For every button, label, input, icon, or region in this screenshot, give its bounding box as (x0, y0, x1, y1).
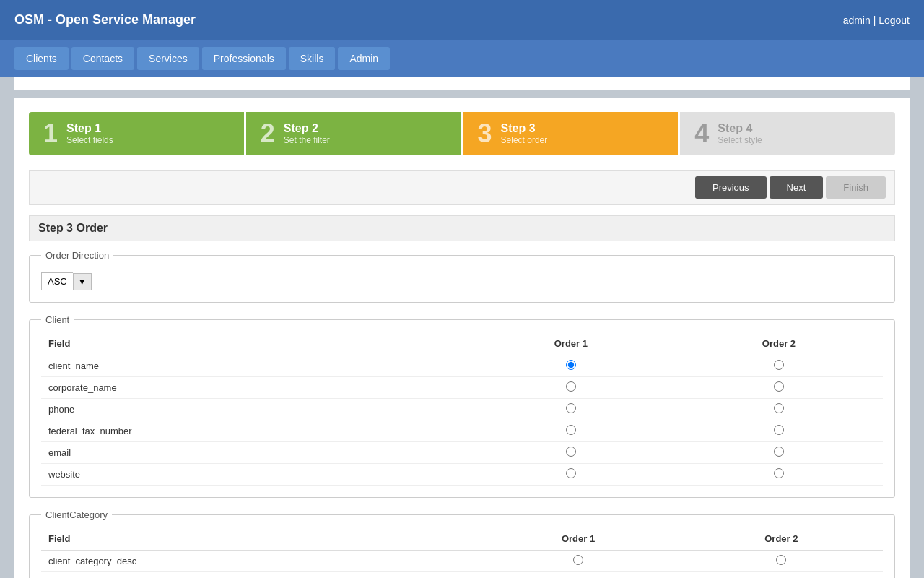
cat-col-order1: Order 1 (476, 527, 679, 551)
client-legend: Client (41, 314, 74, 325)
step-1-subtitle: Select fields (66, 135, 113, 145)
app-title: OSM - Open Service Manager (14, 12, 196, 27)
header: OSM - Open Service Manager admin | Logou… (0, 0, 924, 40)
step-3-subtitle: Select order (501, 135, 548, 145)
client-table-row: phone (41, 399, 883, 420)
steps-container: 1 Step 1 Select fields 2 Step 2 Set the … (29, 112, 895, 155)
client-col-order1: Order 1 (467, 332, 675, 355)
main-content: 1 Step 1 Select fields 2 Step 2 Set the … (14, 98, 910, 578)
step-3-title: Step 3 (501, 122, 548, 135)
client-order2-radio[interactable] (774, 381, 784, 392)
step-2-title: Step 2 (284, 122, 330, 135)
client-order1-radio[interactable] (566, 360, 576, 370)
nav-professionals[interactable]: Professionals (202, 47, 286, 70)
step-2[interactable]: 2 Step 2 Set the filter (246, 112, 461, 155)
client-field-name: corporate_name (41, 377, 467, 399)
direction-select: ASC ▼ (41, 272, 883, 290)
step-1-number: 1 (43, 121, 58, 147)
client-field-name: phone (41, 399, 467, 420)
nav-services[interactable]: Services (137, 47, 199, 70)
cat-field-name: client_category_desc (41, 551, 476, 572)
client-table: Field Order 1 Order 2 client_name corpor… (41, 332, 883, 486)
step-1[interactable]: 1 Step 1 Select fields (29, 112, 244, 155)
client-order2-radio[interactable] (774, 468, 784, 478)
client-table-row: client_name (41, 355, 883, 377)
client-category-legend: ClientCategory (41, 509, 112, 520)
client-order1-radio-cell[interactable] (467, 377, 675, 399)
client-order1-radio[interactable] (566, 468, 576, 478)
client-order1-radio[interactable] (566, 403, 576, 413)
section-title: Step 3 Order (29, 215, 895, 241)
step-4-subtitle: Select style (718, 135, 762, 145)
toolbar: Previous Next Finish (29, 170, 895, 205)
client-order2-radio[interactable] (774, 403, 784, 413)
client-category-fieldset: ClientCategory Field Order 1 Order 2 cli… (29, 509, 895, 578)
cat-col-order2: Order 2 (680, 527, 883, 551)
step-2-subtitle: Set the filter (284, 135, 330, 145)
cat-table-row: client_category_desc (41, 551, 883, 572)
client-table-row: email (41, 442, 883, 464)
client-order1-radio[interactable] (566, 447, 576, 457)
client-order1-radio[interactable] (566, 381, 576, 392)
order-direction-legend: Order Direction (41, 250, 113, 261)
client-order1-radio-cell[interactable] (467, 442, 675, 464)
client-order2-radio-cell[interactable] (675, 464, 883, 486)
cat-order2-radio[interactable] (776, 555, 786, 565)
order-direction-fieldset: Order Direction ASC ▼ (29, 250, 895, 303)
client-field-name: website (41, 464, 467, 486)
client-col-order2: Order 2 (675, 332, 883, 355)
finish-button: Finish (826, 176, 886, 199)
client-order2-radio-cell[interactable] (675, 399, 883, 420)
user-info: admin | Logout (843, 14, 910, 26)
client-field-name: federal_tax_number (41, 420, 467, 442)
client-order2-radio-cell[interactable] (675, 442, 883, 464)
client-order2-radio-cell[interactable] (675, 420, 883, 442)
nav-admin[interactable]: Admin (338, 47, 390, 70)
client-order2-radio[interactable] (774, 447, 784, 457)
step-4: 4 Step 4 Select style (680, 112, 895, 155)
client-order1-radio-cell[interactable] (467, 420, 675, 442)
nav-clients[interactable]: Clients (14, 47, 69, 70)
cat-col-field: Field (41, 527, 476, 551)
asc-dropdown-arrow[interactable]: ▼ (73, 273, 92, 290)
nav-contacts[interactable]: Contacts (71, 47, 134, 70)
client-order2-radio-cell[interactable] (675, 355, 883, 377)
client-fieldset: Client Field Order 1 Order 2 client_name… (29, 314, 895, 498)
asc-value: ASC (41, 272, 73, 290)
client-table-row: website (41, 464, 883, 486)
step-3-number: 3 (478, 121, 492, 147)
step-2-number: 2 (261, 121, 275, 147)
step-4-title: Step 4 (718, 122, 762, 135)
client-table-row: federal_tax_number (41, 420, 883, 442)
client-order1-radio-cell[interactable] (467, 464, 675, 486)
client-field-name: client_name (41, 355, 467, 377)
client-order1-radio[interactable] (566, 425, 576, 435)
client-order2-radio[interactable] (774, 360, 784, 370)
divider-bar (14, 77, 910, 90)
step-4-number: 4 (694, 121, 709, 147)
client-order1-radio-cell[interactable] (467, 355, 675, 377)
client-col-field: Field (41, 332, 467, 355)
client-order1-radio-cell[interactable] (467, 399, 675, 420)
next-button[interactable]: Next (770, 176, 824, 199)
navigation: Clients Contacts Services Professionals … (0, 40, 924, 77)
nav-skills[interactable]: Skills (289, 47, 336, 70)
step-1-title: Step 1 (66, 122, 113, 135)
step-3[interactable]: 3 Step 3 Select order (463, 112, 679, 155)
cat-order2-radio-cell[interactable] (680, 551, 883, 572)
client-category-table: Field Order 1 Order 2 client_category_de… (41, 527, 883, 572)
client-table-row: corporate_name (41, 377, 883, 399)
client-order2-radio-cell[interactable] (675, 377, 883, 399)
cat-order1-radio[interactable] (573, 555, 583, 565)
previous-button[interactable]: Previous (695, 176, 767, 199)
client-order2-radio[interactable] (774, 425, 784, 435)
cat-order1-radio-cell[interactable] (476, 551, 679, 572)
client-field-name: email (41, 442, 467, 464)
